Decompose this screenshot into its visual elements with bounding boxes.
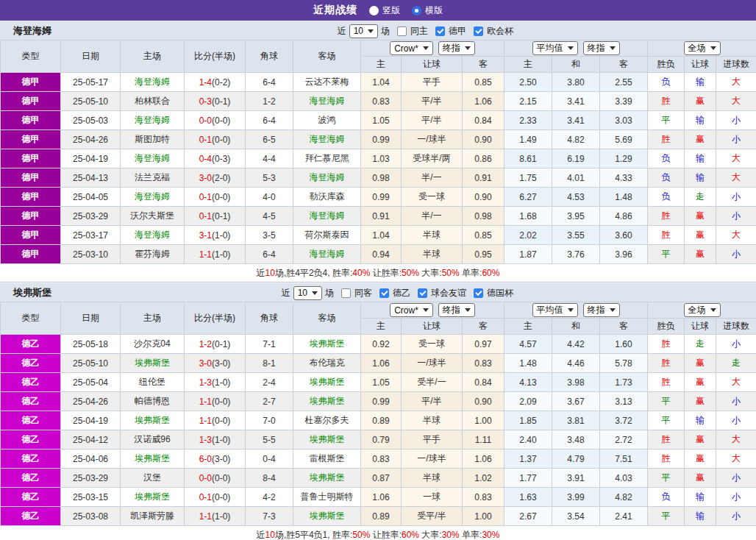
away-team[interactable]: 波鸿 [293, 111, 361, 130]
results-table: 类型 日期 主场 比分(半场) 角球 客场 Crow* 终指 平均值 [0, 40, 756, 264]
corner-score: 4-0 [246, 188, 293, 207]
same-venue-label[interactable]: 同主 [410, 25, 428, 38]
home-team[interactable]: 柏林联合 [121, 92, 185, 111]
away-team[interactable]: 荷尔斯泰因 [293, 226, 361, 245]
competition-filter-1-checkbox[interactable] [418, 288, 427, 298]
same-venue-checkbox[interactable] [341, 288, 351, 298]
bookmaker-select[interactable]: Crow* [390, 41, 433, 55]
odds-home: 0.87 [361, 469, 402, 488]
final-average-select[interactable]: 终指 [583, 303, 620, 317]
layout-option-vertical[interactable]: 竖版 [369, 4, 400, 17]
avg-draw: 3.81 [552, 411, 600, 430]
match-row: 德甲25-04-05海登海姆0-1(0-0)4-0勒沃库森0.99受一球0.90… [1, 188, 756, 207]
result-goals: 小 [716, 411, 756, 430]
recent-count-select[interactable]: 10 [293, 286, 322, 300]
team-name: 埃弗斯堡 [0, 286, 51, 299]
away-team[interactable]: 雷根斯堡 [293, 450, 361, 469]
corner-score: 7-3 [246, 507, 293, 526]
competition-filter-2-checkbox[interactable] [474, 288, 483, 298]
home-team[interactable]: 汉诺威96 [121, 430, 185, 450]
fulltime-score: 0-4 [199, 154, 212, 164]
competition-filter-2-label[interactable]: 德国杯 [487, 287, 513, 299]
home-team[interactable]: 埃弗斯堡 [121, 411, 185, 430]
away-team[interactable]: 海登海姆 [293, 130, 361, 149]
competition-filter-0-label[interactable]: 德甲 [449, 25, 466, 38]
result-outcome: 平 [648, 507, 685, 526]
odds-away: 0.98 [463, 207, 504, 226]
col-avg-home: 主 [504, 57, 552, 73]
fulltime-score: 1-2 [199, 339, 212, 349]
corner-score: 8-1 [246, 354, 293, 373]
same-venue-label[interactable]: 同客 [354, 287, 372, 299]
competition-filter-0-label[interactable]: 德乙 [393, 287, 410, 299]
home-team[interactable]: 海登海姆 [121, 111, 185, 130]
home-team[interactable]: 帕德博恩 [121, 392, 185, 411]
odds-handicap: 受球半/两 [402, 149, 463, 168]
away-team[interactable]: 布伦瑞克 [293, 354, 361, 373]
away-team[interactable]: 埃弗斯堡 [293, 469, 361, 488]
match-date: 25-04-05 [61, 188, 121, 207]
final-odds-select[interactable]: 终指 [438, 303, 475, 317]
home-team[interactable]: 斯图加特 [121, 130, 185, 149]
competition-filter-1-label[interactable]: 球会友谊 [431, 287, 466, 299]
col-result: 胜负 [648, 57, 685, 73]
average-select[interactable]: 平均值 [532, 41, 578, 55]
home-team[interactable]: 埃弗斯堡 [121, 354, 185, 373]
home-team[interactable]: 法兰克福 [121, 168, 185, 188]
away-team[interactable]: 海登海姆 [293, 168, 361, 188]
odds-home: 0.89 [361, 411, 402, 430]
away-team[interactable]: 海登海姆 [293, 207, 361, 226]
radio-vertical-label[interactable]: 竖版 [382, 4, 400, 17]
away-team[interactable]: 埃弗斯堡 [293, 392, 361, 411]
fulltime-score: 0-0 [199, 473, 212, 483]
radio-vertical-icon[interactable] [369, 6, 379, 15]
home-team[interactable]: 汉堡 [121, 469, 185, 488]
layout-option-horizontal[interactable]: 横版 [412, 4, 443, 17]
fullmatch-select[interactable]: 全场 [684, 41, 721, 55]
recent-count-select[interactable]: 10 [349, 24, 378, 38]
home-team[interactable]: 霍芬海姆 [121, 245, 185, 264]
radio-horizontal-icon[interactable] [412, 6, 421, 15]
radio-horizontal-label[interactable]: 横版 [425, 4, 443, 17]
halftime-score: (0-0) [212, 492, 230, 502]
home-team[interactable]: 海登海姆 [121, 73, 185, 92]
away-team[interactable]: 杜塞尔多夫 [293, 411, 361, 430]
odds-handicap: 半/一 [402, 168, 463, 188]
competition-filter-1-label[interactable]: 欧会杯 [487, 25, 513, 38]
away-team[interactable]: 埃弗斯堡 [293, 373, 361, 392]
competition-filter-0-checkbox[interactable] [435, 26, 445, 36]
home-team[interactable]: 埃弗斯堡 [121, 488, 185, 507]
competition-filter-0-checkbox[interactable] [379, 288, 389, 298]
away-team[interactable]: 海登海姆 [293, 245, 361, 264]
home-team[interactable]: 海登海姆 [121, 188, 185, 207]
home-team[interactable]: 海登海姆 [121, 149, 185, 168]
competition-badge: 德甲 [1, 245, 61, 264]
match-row: 德乙25-05-04纽伦堡1-3(1-0)2-4埃弗斯堡1.05受半/一0.84… [1, 373, 756, 392]
odds-home: 0.99 [361, 392, 402, 411]
away-team[interactable]: 埃弗斯堡 [293, 430, 361, 450]
fullmatch-select[interactable]: 全场 [684, 303, 721, 317]
home-team[interactable]: 沙尔克04 [121, 335, 185, 354]
final-average-select[interactable]: 终指 [583, 41, 620, 55]
corner-score: 6-4 [246, 245, 293, 264]
home-team[interactable]: 纽伦堡 [121, 373, 185, 392]
average-select[interactable]: 平均值 [532, 303, 578, 317]
home-team[interactable]: 海登海姆 [121, 226, 185, 245]
bookmaker-select[interactable]: Crow* [390, 303, 433, 317]
away-team[interactable]: 普鲁士明斯特 [293, 488, 361, 507]
away-team[interactable]: 勒沃库森 [293, 188, 361, 207]
away-team[interactable]: 云达不莱梅 [293, 73, 361, 92]
same-venue-checkbox[interactable] [397, 26, 407, 36]
away-team[interactable]: 海登海姆 [293, 92, 361, 111]
corner-score: 3-5 [246, 226, 293, 245]
odds-handicap: 平手 [402, 73, 463, 92]
home-team[interactable]: 凯泽斯劳滕 [121, 507, 185, 526]
away-team[interactable]: 埃弗斯堡 [293, 335, 361, 354]
away-team[interactable]: 埃弗斯堡 [293, 507, 361, 526]
home-team[interactable]: 埃弗斯堡 [121, 450, 185, 469]
final-odds-select[interactable]: 终指 [438, 41, 475, 55]
away-team[interactable]: 拜仁慕尼黑 [293, 149, 361, 168]
odds-away: 0.90 [463, 130, 504, 149]
competition-filter-1-checkbox[interactable] [474, 26, 483, 36]
home-team[interactable]: 沃尔夫斯堡 [121, 207, 185, 226]
